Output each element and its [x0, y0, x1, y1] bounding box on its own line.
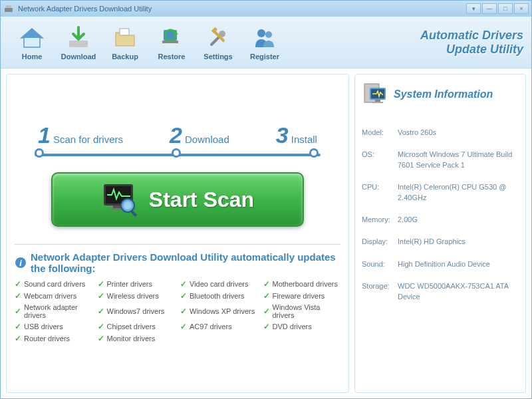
nav-register-label: Register — [250, 53, 279, 61]
minimize-button[interactable]: — — [482, 3, 497, 14]
system-info-header: System Information — [362, 81, 519, 108]
driver-item: ✓Windows XP drivers — [180, 303, 258, 319]
check-icon: ✓ — [263, 291, 270, 301]
app-icon — [3, 3, 14, 14]
info-value: WDC WD5000AAKX-753CA1 ATA Device — [398, 281, 519, 302]
driver-label: Windows Vista drivers — [273, 303, 341, 319]
dropdown-button[interactable]: ▾ — [466, 3, 481, 14]
driver-item: ✓Sound card drivers — [15, 279, 92, 289]
driver-item: ✓Wireless drivers — [98, 291, 176, 301]
info-label: Sound: — [362, 259, 398, 269]
step-2: 2Download — [170, 122, 229, 148]
maximize-button[interactable]: □ — [498, 3, 513, 14]
driver-item: ✓Monitor drivers — [98, 334, 176, 343]
nav-settings-label: Settings — [203, 53, 232, 61]
steps-progress-line — [35, 154, 321, 156]
system-info-title: System Information — [394, 88, 493, 100]
brand-line1: Automatic Drivers — [420, 29, 523, 43]
driver-item: ✓Windows Vista drivers — [263, 303, 341, 319]
driver-label: Windows XP drivers — [190, 307, 255, 315]
check-icon: ✓ — [98, 307, 104, 316]
driver-label: Printer drivers — [107, 280, 152, 288]
info-row: OS:Microsoft Windows 7 Ultimate Build 76… — [362, 150, 519, 170]
info-row: Display:Intel(R) HD Graphics — [362, 237, 519, 247]
svg-rect-26 — [372, 102, 383, 103]
check-icon: ✓ — [15, 307, 21, 316]
nav-register[interactable]: Register — [241, 25, 288, 61]
computer-icon — [362, 81, 388, 108]
driver-item: ✓DVD drivers — [263, 322, 341, 331]
info-label: Model: — [362, 128, 398, 138]
nav-home-label: Home — [22, 53, 43, 61]
info-row: CPU:Intel(R) Celeron(R) CPU G530 @ 2.40G… — [362, 182, 519, 203]
driver-item: ✓Webcam drivers — [15, 291, 92, 301]
driver-label: USB drivers — [24, 323, 63, 331]
check-icon: ✓ — [180, 279, 187, 289]
system-info-panel: System Information Model:Vostro 260sOS:M… — [354, 74, 526, 393]
svg-rect-19 — [130, 210, 137, 217]
nav-backup-label: Backup — [112, 53, 138, 61]
titlebar-title: Network Adapter Drivers Download Utility — [18, 5, 466, 13]
driver-item: ✓Printer drivers — [98, 279, 176, 289]
driver-item: ✓USB drivers — [15, 322, 92, 331]
info-icon: i — [15, 257, 27, 269]
step-dot-3 — [309, 148, 319, 158]
nav-home[interactable]: Home — [9, 25, 55, 61]
download-icon — [65, 25, 92, 51]
content-area: 1Scan for drivers 2Download 3Install Sta… — [1, 68, 531, 398]
driver-item: ✓Motherboard drivers — [263, 279, 341, 289]
main-panel: 1Scan for drivers 2Download 3Install Sta… — [6, 74, 349, 393]
auto-update-heading: i Network Adapter Drivers Download Utili… — [15, 251, 340, 274]
window-controls: ▾ — □ × — [466, 3, 529, 14]
driver-item: ✓Chipset drivers — [98, 322, 176, 331]
driver-item: ✓Bluetooth drivers — [180, 291, 258, 301]
driver-label: DVD drivers — [273, 323, 312, 331]
nav-restore[interactable]: Restore — [148, 25, 195, 61]
driver-label: Wireless drivers — [107, 292, 159, 300]
driver-label: Windows7 drivers — [107, 307, 165, 315]
driver-label: Chipset drivers — [107, 323, 156, 331]
info-label: OS: — [362, 150, 398, 170]
svg-point-11 — [257, 29, 265, 37]
info-value: 2.00G — [398, 215, 519, 225]
check-icon: ✓ — [180, 307, 187, 316]
steps-row: 1Scan for drivers 2Download 3Install — [15, 122, 340, 148]
close-button[interactable]: × — [514, 3, 529, 14]
svg-point-18 — [124, 201, 132, 209]
driver-label: Router drivers — [24, 334, 70, 342]
check-icon: ✓ — [98, 334, 104, 343]
info-label: Display: — [362, 237, 398, 247]
check-icon: ✓ — [98, 279, 104, 289]
titlebar: Network Adapter Drivers Download Utility… — [1, 1, 531, 17]
driver-label: Webcam drivers — [24, 292, 76, 300]
info-label: CPU: — [362, 182, 398, 203]
system-info-rows: Model:Vostro 260sOS:Microsoft Windows 7 … — [362, 128, 519, 302]
driver-label: Video card drivers — [190, 280, 248, 288]
step-1: 1Scan for drivers — [38, 122, 123, 148]
svg-rect-4 — [69, 41, 88, 47]
driver-list: ✓Sound card drivers✓Printer drivers✓Vide… — [15, 279, 340, 343]
check-icon: ✓ — [98, 322, 104, 331]
svg-marker-3 — [21, 29, 43, 38]
nav-restore-label: Restore — [158, 53, 186, 61]
info-row: Model:Vostro 260s — [362, 128, 519, 138]
driver-item: ✓Router drivers — [15, 334, 92, 343]
check-icon: ✓ — [15, 322, 21, 331]
auto-heading-text: Network Adapter Drivers Download Utility… — [31, 251, 340, 274]
step-dot-2 — [172, 148, 181, 158]
brand-line2: Update Utility — [420, 43, 523, 57]
start-scan-button[interactable]: Start Scan — [51, 172, 304, 227]
svg-rect-1 — [6, 5, 11, 8]
driver-label: Motherboard drivers — [273, 280, 338, 288]
step-3: 3Install — [276, 122, 317, 148]
info-row: Storage:WDC WD5000AAKX-753CA1 ATA Device — [362, 281, 519, 302]
svg-rect-5 — [120, 29, 129, 35]
nav-backup[interactable]: Backup — [102, 25, 148, 61]
driver-label: AC97 drivers — [190, 323, 232, 331]
info-value: Vostro 260s — [398, 128, 519, 138]
info-value: High Definition Audio Device — [398, 259, 519, 269]
driver-item: ✓Network adapter drivers — [15, 303, 92, 319]
nav-settings[interactable]: Settings — [195, 25, 241, 61]
check-icon: ✓ — [180, 322, 187, 331]
nav-download[interactable]: Download — [55, 25, 102, 61]
